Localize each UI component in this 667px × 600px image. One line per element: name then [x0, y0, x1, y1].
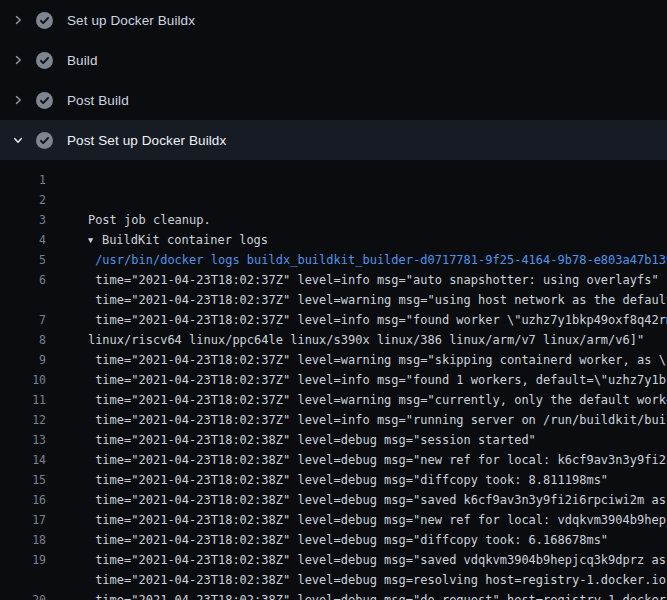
chevron-right-icon	[11, 53, 25, 67]
line-number[interactable]: 1	[0, 170, 46, 190]
log-line: 13 time="2021-04-23T18:02:38Z" level=deb…	[0, 430, 667, 450]
log-line: application/vnd.oci.image.index.v1+json,…	[0, 570, 667, 590]
log-line: 9 time="2021-04-23T18:02:37Z" level=warn…	[0, 350, 667, 370]
steps-panel: Set up Docker Buildx Build Post Build Po…	[0, 0, 667, 160]
log-line: 10 time="2021-04-23T18:02:37Z" level=inf…	[0, 370, 667, 390]
log-line: 15 time="2021-04-23T18:02:38Z" level=deb…	[0, 470, 667, 490]
line-number[interactable]: 14	[0, 450, 46, 470]
log-line: 4 time="2021-04-23T18:02:37Z" level=info…	[0, 230, 667, 250]
log-line: 8 time="2021-04-23T18:02:37Z" level=info…	[0, 330, 667, 350]
line-number[interactable]: 15	[0, 470, 46, 490]
line-number[interactable]: 11	[0, 390, 46, 410]
line-number[interactable]: 3	[0, 210, 46, 230]
chevron-down-icon	[11, 133, 25, 147]
log-panel: 1 Post job cleanup. 2 ▼BuildKit containe…	[0, 160, 667, 600]
step-label: Set up Docker Buildx	[67, 13, 195, 28]
check-circle-icon	[36, 92, 53, 109]
log-line: 1 Post job cleanup.	[0, 170, 667, 190]
log-line: 17 time="2021-04-23T18:02:38Z" level=deb…	[0, 510, 667, 530]
line-number[interactable]: 19	[0, 550, 46, 570]
step-row[interactable]: Set up Docker Buildx	[0, 0, 667, 40]
check-circle-icon	[36, 52, 53, 69]
chevron-right-icon	[11, 13, 25, 27]
check-circle-icon	[36, 132, 53, 149]
line-number[interactable]: 17	[0, 510, 46, 530]
log-line: 5 time="2021-04-23T18:02:37Z" level=warn…	[0, 250, 667, 270]
line-number[interactable]: 13	[0, 430, 46, 450]
log-line: 2 ▼BuildKit container logs	[0, 190, 667, 210]
log-line: linux/riscv64 linux/ppc64le linux/s390x …	[0, 290, 667, 310]
log-line: 7 time="2021-04-23T18:02:37Z" level=warn…	[0, 310, 667, 330]
line-number[interactable]: 4	[0, 230, 46, 250]
step-label: Post Build	[67, 93, 129, 108]
line-number[interactable]: 10	[0, 370, 46, 390]
line-number[interactable]: 12	[0, 410, 46, 430]
step-row[interactable]: Post Build	[0, 80, 667, 120]
chevron-right-icon	[11, 93, 25, 107]
log-line: 11 time="2021-04-23T18:02:38Z" level=deb…	[0, 390, 667, 410]
line-number[interactable]: 9	[0, 350, 46, 370]
line-number[interactable]: 20	[0, 590, 46, 600]
log-line: 19 time="2021-04-23T18:02:38Z" level=deb…	[0, 550, 667, 570]
line-number[interactable]: 5	[0, 250, 46, 270]
line-number[interactable]: 16	[0, 490, 46, 510]
step-row[interactable]: Build	[0, 40, 667, 80]
step-label: Post Set up Docker Buildx	[67, 133, 226, 148]
check-circle-icon	[36, 12, 53, 29]
log-line: 20 time="2021-04-23T18:02:38Z" level=deb…	[0, 590, 667, 600]
line-number[interactable]: 8	[0, 330, 46, 350]
log-line: 18 time="2021-04-23T18:02:38Z" level=deb…	[0, 530, 667, 550]
line-number[interactable]: 2	[0, 190, 46, 210]
log-line: 14 time="2021-04-23T18:02:38Z" level=deb…	[0, 450, 667, 470]
step-label: Build	[67, 53, 98, 68]
log-line: 16 time="2021-04-23T18:02:38Z" level=deb…	[0, 490, 667, 510]
line-number[interactable]: 18	[0, 530, 46, 550]
log-line: 3 /usr/bin/docker logs buildx_buildkit_b…	[0, 210, 667, 230]
log-line: 6 time="2021-04-23T18:02:37Z" level=info…	[0, 270, 667, 290]
log-line: 12 time="2021-04-23T18:02:38Z" level=deb…	[0, 410, 667, 430]
step-row[interactable]: Post Set up Docker Buildx	[0, 120, 667, 160]
line-number[interactable]: 6	[0, 270, 46, 290]
line-number[interactable]: 7	[0, 310, 46, 330]
